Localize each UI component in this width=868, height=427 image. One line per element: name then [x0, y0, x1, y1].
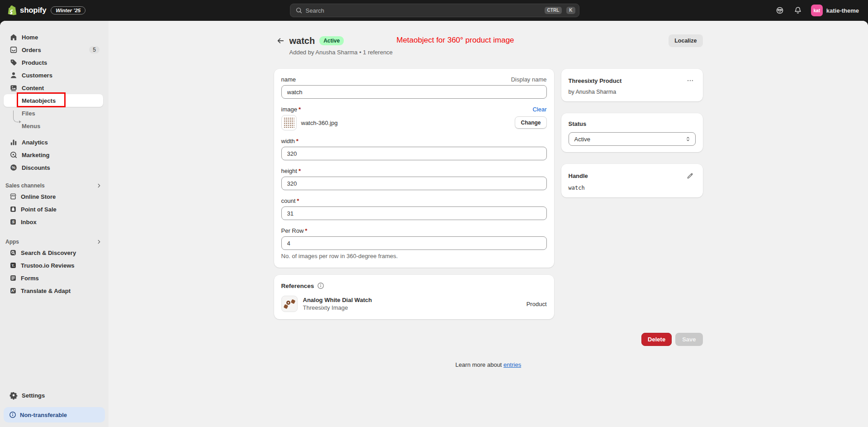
learn-more: Learn more about entries — [274, 361, 703, 368]
sidebar-item-inbox[interactable]: S Inbox — [4, 216, 103, 228]
sidebar-item-label: Translate & Adapt — [21, 288, 71, 294]
select-chevrons-icon — [684, 135, 692, 143]
store-name: katie-theme — [826, 7, 859, 14]
required-asterisk: * — [299, 106, 301, 113]
required-asterisk: * — [305, 227, 307, 234]
back-arrow-icon — [276, 36, 285, 45]
clear-link[interactable]: Clear — [532, 106, 546, 113]
definition-title: Threesixty Product — [569, 77, 622, 84]
height-input[interactable] — [281, 177, 547, 190]
section-heading-label: Apps — [5, 239, 19, 245]
sidebar-item-menus[interactable]: Menus — [4, 120, 103, 132]
sidebar-item-search-discovery[interactable]: Search & Discovery — [4, 246, 103, 259]
sidebar-item-label: Analytics — [22, 139, 48, 146]
info-icon[interactable] — [317, 282, 324, 289]
sidebar-item-label: Metaobjects — [22, 97, 56, 104]
sidebar-item-products[interactable]: Products — [4, 56, 103, 69]
content-image-icon — [9, 83, 18, 92]
search-input[interactable] — [306, 7, 542, 14]
required-asterisk: * — [296, 138, 299, 144]
reference-texts: Analog White Dial Watch Threesixty Image — [303, 297, 372, 311]
page-title: watch — [289, 36, 315, 46]
handle-title: Handle — [569, 173, 588, 179]
sidebar-item-settings[interactable]: Settings — [4, 389, 103, 402]
sidebar-item-online-store[interactable]: Online Store — [4, 190, 103, 203]
sidebar-item-label: Online Store — [21, 193, 56, 200]
orders-icon — [9, 45, 18, 54]
store-menu[interactable]: kat katie-theme — [808, 3, 862, 18]
sidekick-button[interactable] — [772, 3, 787, 18]
name-input[interactable] — [281, 85, 547, 99]
edit-handle-button[interactable] — [685, 170, 696, 181]
notifications-button[interactable] — [790, 3, 806, 18]
sidebar-item-label: Products — [22, 59, 47, 66]
change-image-button[interactable]: Change — [515, 116, 546, 129]
status-card: Status Active — [561, 113, 703, 152]
count-label: count* — [281, 197, 299, 204]
sidebar-item-translate-adapt[interactable]: A Translate & Adapt — [4, 284, 103, 297]
sidebar-item-label: Inbox — [21, 219, 37, 225]
sidebar-item-customers[interactable]: Customers — [4, 69, 103, 82]
orders-count-badge: 5 — [89, 46, 100, 53]
sidebar-item-metaobjects[interactable]: Metaobjects — [4, 94, 103, 107]
width-input[interactable] — [281, 147, 547, 160]
content: watch Active Metaobject for 360° product… — [274, 21, 703, 368]
sidebar-item-discounts[interactable]: % Discounts — [4, 161, 103, 174]
localize-button[interactable]: Localize — [669, 34, 702, 47]
sidebar-item-forms[interactable]: Forms — [4, 272, 103, 284]
definition-card: Threesixty Product by Anusha Sharma — [561, 69, 703, 101]
three-dots-icon — [686, 77, 694, 85]
search-icon — [295, 6, 303, 14]
delete-button[interactable]: Delete — [641, 333, 672, 346]
point-of-sale-icon — [9, 205, 17, 213]
references-title: References — [281, 283, 314, 289]
definition-byline: by Anusha Sharma — [569, 89, 696, 95]
sidebar: Home Orders 5 Products Customers Content… — [0, 21, 109, 427]
sidebar-item-content[interactable]: Content — [4, 82, 103, 94]
back-button[interactable] — [274, 34, 287, 47]
sales-channels-header[interactable]: Sales channels — [0, 181, 109, 190]
status-select-value: Active — [574, 136, 590, 143]
handle-value: watch — [569, 185, 696, 191]
field-image: image* Clear watch-360.jpg Change — [281, 106, 547, 130]
definition-menu-button[interactable] — [685, 75, 696, 86]
field-name: name Display name — [281, 76, 547, 99]
sidekick-face-icon — [775, 6, 784, 15]
per-row-label: Per Row* — [281, 227, 308, 234]
apps-header[interactable]: Apps — [0, 237, 109, 246]
shortcut-ctrl-keycap: CTRL — [545, 7, 562, 14]
products-tag-icon — [9, 58, 18, 67]
sidebar-item-label: Point of Sale — [21, 206, 57, 213]
non-transferable-banner[interactable]: Non-transferable — [4, 407, 105, 422]
sidebar-item-trustoo-reviews[interactable]: T. Trustoo.io Reviews — [4, 259, 103, 272]
sidebar-item-marketing[interactable]: Marketing — [4, 149, 103, 161]
sidebar-item-point-of-sale[interactable]: Point of Sale — [4, 203, 103, 216]
count-input[interactable] — [281, 206, 547, 220]
width-label: width* — [281, 138, 299, 144]
svg-text:A: A — [11, 288, 14, 293]
sidebar-item-orders[interactable]: Orders 5 — [4, 43, 103, 56]
section-heading-label: Sales channels — [5, 182, 45, 189]
shopify-logo[interactable]: shopify — [7, 5, 46, 16]
sidebar-item-analytics[interactable]: Analytics — [4, 136, 103, 149]
sidebar-item-files[interactable]: Files — [4, 107, 103, 120]
references-card: References Analog White Dial Watch Three… — [274, 275, 554, 319]
status-select[interactable]: Active — [569, 132, 696, 146]
image-sprite-thumbnail[interactable] — [281, 115, 297, 130]
marketing-target-icon — [9, 150, 18, 159]
per-row-input[interactable] — [281, 236, 547, 250]
svg-text:%: % — [12, 165, 15, 170]
sidebar-item-label: Forms — [21, 275, 39, 282]
save-button[interactable]: Save — [675, 333, 702, 346]
global-search[interactable]: CTRL K — [290, 4, 579, 17]
image-filename: watch-360.jpg — [301, 120, 338, 126]
sidebar-item-home[interactable]: Home — [4, 31, 103, 43]
topbar: shopify Winter ’25 CTRL K — [0, 0, 868, 21]
entries-link[interactable]: entries — [503, 361, 521, 368]
height-label: height* — [281, 168, 301, 174]
sidebar-item-label: Search & Discovery — [21, 249, 76, 256]
product-thumbnail — [281, 296, 298, 312]
svg-text:S: S — [12, 220, 14, 224]
trustoo-icon: T. — [9, 261, 17, 269]
reference-row[interactable]: Analog White Dial Watch Threesixty Image… — [281, 296, 547, 312]
